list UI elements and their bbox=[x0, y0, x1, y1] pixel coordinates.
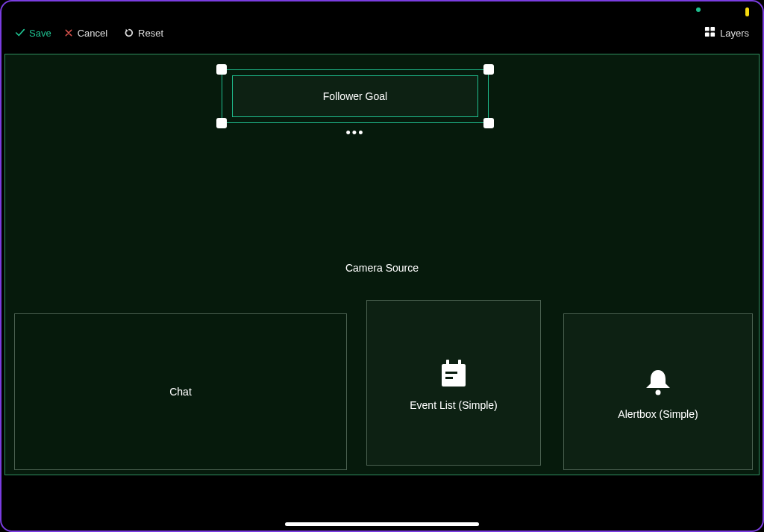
cancel-button[interactable]: Cancel bbox=[57, 26, 113, 40]
camera-source-label: Camera Source bbox=[345, 262, 419, 274]
status-dot-green bbox=[696, 7, 701, 12]
cancel-label: Cancel bbox=[78, 28, 107, 39]
status-indicators bbox=[696, 7, 749, 16]
svg-rect-8 bbox=[445, 377, 453, 379]
widget-follower-goal[interactable]: Follower Goal ••• bbox=[222, 69, 489, 123]
save-button[interactable]: Save bbox=[9, 26, 57, 40]
save-label: Save bbox=[29, 28, 51, 39]
svg-rect-3 bbox=[710, 32, 715, 37]
layers-icon bbox=[704, 26, 716, 40]
svg-rect-0 bbox=[705, 27, 710, 31]
widget-chat[interactable]: Chat bbox=[14, 313, 347, 470]
event-list-label: Event List (Simple) bbox=[410, 399, 497, 411]
event-list-icon bbox=[436, 355, 472, 393]
resize-handle-top-right[interactable] bbox=[483, 64, 494, 75]
reset-icon bbox=[124, 28, 134, 38]
svg-point-9 bbox=[656, 389, 661, 395]
layers-label: Layers bbox=[720, 28, 749, 39]
reset-button[interactable]: Reset bbox=[118, 26, 169, 40]
reset-label: Reset bbox=[138, 28, 163, 39]
svg-rect-5 bbox=[446, 360, 449, 367]
widget-camera-source[interactable]: Camera Source bbox=[5, 262, 759, 274]
more-options-button[interactable]: ••• bbox=[346, 125, 365, 141]
svg-rect-4 bbox=[442, 364, 466, 387]
alertbox-label: Alertbox (Simple) bbox=[618, 408, 698, 420]
svg-rect-1 bbox=[710, 27, 715, 31]
svg-rect-7 bbox=[445, 372, 457, 374]
check-icon bbox=[15, 28, 25, 38]
ellipsis-icon: ••• bbox=[346, 125, 365, 140]
home-indicator bbox=[285, 522, 479, 526]
chat-label: Chat bbox=[169, 386, 192, 398]
layers-button[interactable]: Layers bbox=[704, 26, 755, 40]
resize-handle-bottom-right[interactable] bbox=[483, 118, 494, 128]
layout-canvas[interactable]: Follower Goal ••• Camera Source Chat Eve… bbox=[4, 54, 760, 475]
status-dot-yellow bbox=[745, 7, 749, 16]
close-icon bbox=[63, 28, 74, 38]
svg-rect-6 bbox=[458, 360, 461, 367]
widget-event-list[interactable]: Event List (Simple) bbox=[366, 300, 541, 466]
svg-rect-2 bbox=[705, 32, 710, 37]
resize-handle-top-left[interactable] bbox=[216, 64, 227, 75]
editor-toolbar: Save Cancel Reset Layers bbox=[9, 22, 755, 43]
resize-handle-bottom-left[interactable] bbox=[216, 118, 227, 128]
follower-goal-box[interactable]: Follower Goal bbox=[232, 75, 478, 117]
widget-alertbox[interactable]: Alertbox (Simple) bbox=[563, 313, 753, 470]
follower-goal-label: Follower Goal bbox=[323, 90, 387, 102]
bell-icon bbox=[640, 364, 676, 402]
